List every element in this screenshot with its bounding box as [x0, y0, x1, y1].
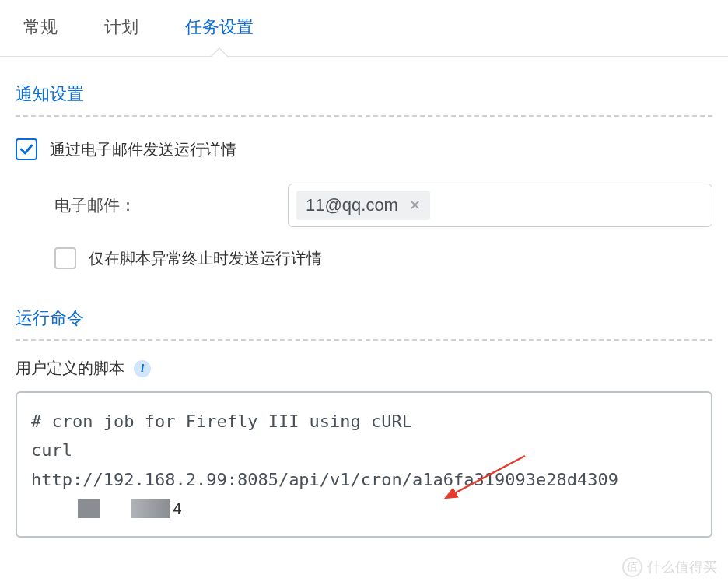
check-icon: [19, 142, 34, 157]
label-user-script: 用户定义的脚本: [16, 358, 124, 379]
script-line-3: http://192.168.2.99:8085/api/v1/cron/a1a…: [31, 465, 697, 494]
script-line-1: # cron job for Firefly III using cURL: [31, 407, 697, 436]
cursor-char: 4: [173, 496, 182, 522]
checkbox-only-on-error[interactable]: [54, 247, 76, 269]
row-email-field: 电子邮件： 11@qq.com ✕: [16, 170, 712, 241]
section-title-run-command: 运行命令: [16, 292, 712, 339]
script-line-4: 4: [31, 496, 697, 522]
watermark-icon: 值: [622, 557, 642, 577]
info-icon[interactable]: i: [134, 360, 151, 377]
label-only-on-error: 仅在脚本异常终止时发送运行详情: [89, 248, 322, 269]
watermark: 值 什么值得买: [622, 557, 717, 577]
redacted-block: [131, 499, 170, 518]
watermark-text: 什么值得买: [647, 558, 717, 576]
checkbox-email-details[interactable]: [16, 138, 37, 160]
section-title-notification: 通知设置: [16, 68, 712, 115]
email-tag-text: 11@qq.com: [306, 195, 398, 215]
email-tag: 11@qq.com ✕: [296, 191, 430, 220]
row-only-on-error: 仅在脚本异常终止时发送运行详情: [16, 241, 712, 275]
tab-bar: 常规 计划 任务设置: [0, 0, 728, 57]
email-tag-input[interactable]: 11@qq.com ✕: [288, 184, 712, 227]
label-email: 电子邮件：: [54, 194, 280, 216]
tab-schedule[interactable]: 计划: [96, 0, 146, 56]
close-icon[interactable]: ✕: [409, 198, 421, 212]
tab-general[interactable]: 常规: [16, 0, 65, 56]
row-user-script-label: 用户定义的脚本 i: [16, 341, 712, 391]
user-script-textarea[interactable]: # cron job for Firefly III using cURL cu…: [16, 391, 712, 538]
script-line-2: curl: [31, 436, 697, 464]
redacted-block: [78, 499, 100, 518]
label-email-details: 通过电子邮件发送运行详情: [50, 139, 236, 160]
tab-task-settings[interactable]: 任务设置: [177, 0, 261, 56]
content-area: 通知设置 通过电子邮件发送运行详情 电子邮件： 11@qq.com ✕ 仅在脚本…: [0, 57, 728, 549]
row-email-details: 通过电子邮件发送运行详情: [16, 117, 712, 170]
